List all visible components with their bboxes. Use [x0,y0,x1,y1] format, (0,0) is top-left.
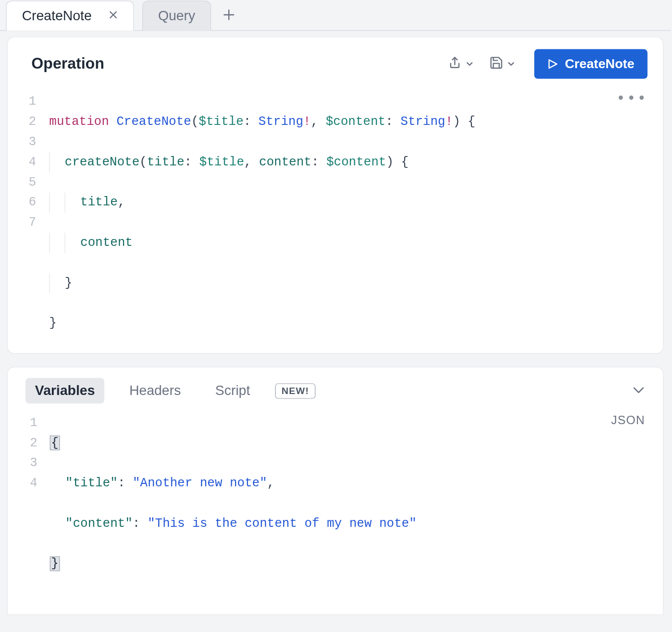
bottom-tab-bar: Variables Headers Script NEW! [8,367,663,411]
operation-title: Operation [32,55,435,73]
tab-label: CreateNote [22,7,91,23]
svg-marker-0 [549,60,557,68]
tab-label: Query [158,8,195,24]
new-badge: NEW! [275,383,316,398]
operation-panel: Operation [7,37,663,354]
tab-createnote[interactable]: CreateNote [6,0,134,31]
editor-gutter: 1 2 3 4 5 6 7 [8,92,49,354]
operation-editor[interactable]: ••• 1 2 3 4 5 6 7 mutation CreateNote($t… [8,84,663,354]
chevron-collapse-icon[interactable] [631,382,646,399]
save-button[interactable] [487,53,517,75]
editor-code[interactable]: mutation CreateNote($title: String!, $co… [49,92,663,354]
tab-headers[interactable]: Headers [120,378,190,404]
share-button[interactable] [445,53,476,75]
variables-gutter: 1 2 3 4 [8,413,50,614]
tab-variables[interactable]: Variables [26,378,105,404]
operation-header: Operation [8,37,663,84]
chevron-down-icon [465,60,474,68]
variables-editor[interactable]: 1 2 3 4 { "title": "Another new note", "… [8,411,663,615]
tab-bar: CreateNote Query [0,0,671,31]
run-button-label: CreateNote [565,56,634,72]
add-tab-button[interactable] [211,0,247,30]
run-button[interactable]: CreateNote [534,49,648,79]
format-label: JSON [611,414,645,428]
variables-code[interactable]: { "title": "Another new note", "content"… [50,413,663,614]
variables-panel: Variables Headers Script NEW! JSON 1 2 3… [7,367,663,615]
play-icon [547,58,558,69]
tab-query[interactable]: Query [142,0,211,31]
tab-script[interactable]: Script [206,378,259,404]
save-icon [489,55,504,72]
close-icon[interactable] [108,10,118,22]
chevron-down-icon [507,60,515,68]
share-icon [448,55,462,72]
